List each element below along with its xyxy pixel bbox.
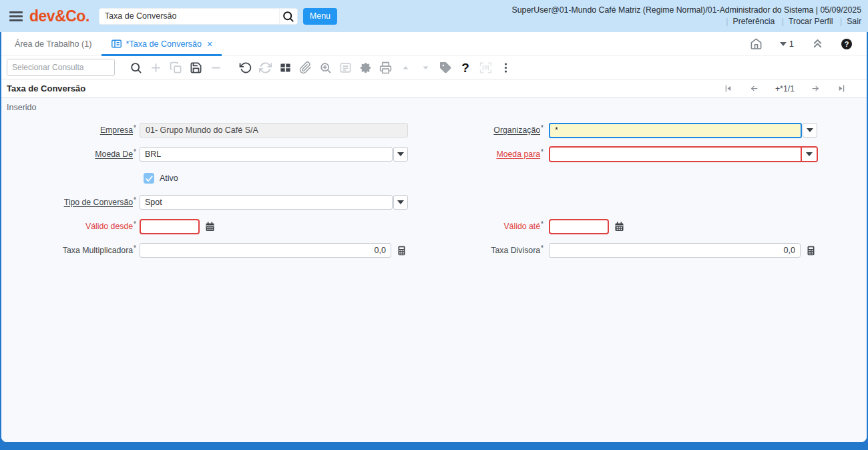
chevron-down-icon	[806, 152, 813, 156]
calendar-icon	[614, 221, 625, 232]
grid-view-button[interactable]	[275, 58, 295, 77]
new-record-button[interactable]	[146, 58, 166, 77]
valido-desde-field	[140, 219, 413, 234]
tab-workspace-label: Área de Trabalho (1)	[15, 39, 92, 49]
record-header: Taxa de Conversão +*1/1	[1, 79, 867, 98]
menu-button[interactable]: Menu	[303, 8, 337, 25]
required-marker: *	[134, 244, 136, 252]
record-title: Taxa de Conversão	[7, 83, 85, 93]
moeda-de-label-link[interactable]: Moeda De	[95, 150, 133, 159]
help-button[interactable]: ?	[455, 58, 475, 77]
help-icon[interactable]: ?	[841, 39, 852, 49]
tab-close-icon[interactable]: ×	[207, 39, 212, 49]
taxa-divisora-input[interactable]	[549, 243, 801, 258]
grid-icon	[279, 61, 292, 74]
tipo-conversao-field	[140, 195, 413, 210]
tag-button[interactable]	[435, 58, 455, 77]
form-row-ativo: Ativo	[1, 171, 867, 186]
tipo-conversao-input[interactable]	[140, 195, 393, 210]
tab-taxa-de-conversao[interactable]: *Taxa de Conversão ×	[101, 32, 222, 56]
valido-desde-input[interactable]	[140, 219, 200, 234]
tipo-conversao-dropdown-button[interactable]	[393, 195, 408, 210]
global-search-input[interactable]	[99, 9, 279, 24]
required-marker: *	[541, 220, 544, 228]
organizacao-dropdown-button[interactable]	[803, 123, 817, 138]
refresh-button[interactable]	[255, 58, 275, 77]
attachments-button[interactable]	[295, 58, 315, 77]
top-bar: dev&Co. Menu SuperUser@01-Mundo Café Mat…	[0, 0, 868, 32]
empresa-field	[140, 123, 413, 138]
record-pager: +*1/1	[723, 83, 861, 93]
first-record-icon[interactable]	[723, 83, 733, 93]
form-row-validade: Válido desde* Válido até*	[1, 219, 867, 234]
more-options-button[interactable]	[495, 58, 515, 77]
save-icon	[190, 61, 202, 74]
taxa-divisora-calculator-button[interactable]	[805, 245, 817, 256]
moeda-de-input[interactable]	[140, 147, 393, 162]
moeda-para-combo	[549, 146, 818, 162]
ativo-checkbox[interactable]	[144, 173, 154, 184]
refresh-icon	[259, 61, 272, 74]
previous-record-icon[interactable]	[749, 83, 759, 93]
tag-icon	[439, 61, 452, 74]
valido-desde-calendar-button[interactable]	[204, 221, 216, 232]
required-marker: *	[134, 148, 136, 156]
chevron-down-icon	[807, 128, 813, 132]
collapse-all-icon[interactable]	[811, 37, 824, 50]
valido-ate-label-text: Válido até	[503, 222, 540, 231]
copy-icon	[170, 61, 182, 74]
organizacao-label-link[interactable]: Organização	[493, 126, 540, 135]
report-icon	[339, 61, 352, 74]
valido-ate-calendar-button[interactable]	[614, 221, 625, 232]
logout-link[interactable]: Sair	[847, 17, 861, 26]
tipo-conversao-label-link[interactable]: Tipo de Conversão	[64, 198, 133, 207]
move-up-button[interactable]	[395, 58, 415, 77]
taxa-multiplicadora-label: Taxa Multiplicadora*	[1, 246, 140, 255]
calculator-icon	[805, 245, 817, 256]
taxa-multiplicadora-input[interactable]	[140, 243, 391, 258]
moeda-de-label: Moeda De*	[1, 150, 140, 159]
find-button[interactable]	[126, 58, 146, 77]
printer-icon	[379, 61, 392, 74]
select-query-input[interactable]	[7, 59, 115, 75]
switch-profile-link[interactable]: Trocar Perfil	[789, 17, 833, 26]
organizacao-label: Organização*	[413, 126, 549, 135]
taxa-divisora-label-text: Taxa Divisora	[491, 246, 540, 255]
print-button[interactable]	[375, 58, 395, 77]
copy-record-button[interactable]	[166, 58, 186, 77]
zoom-search-button[interactable]	[315, 58, 335, 77]
separator: |	[840, 17, 842, 26]
form-row-moedas: Moeda De* Moeda para*	[1, 147, 867, 162]
moeda-de-dropdown-button[interactable]	[393, 147, 408, 162]
linked-items-button[interactable]	[335, 58, 355, 77]
valido-ate-input[interactable]	[549, 219, 609, 234]
gear-icon	[359, 61, 372, 74]
home-icon[interactable]	[750, 37, 763, 50]
taxa-multiplicadora-calculator-button[interactable]	[396, 245, 407, 256]
tab-workspace[interactable]: Área de Trabalho (1)	[5, 32, 101, 56]
save-button[interactable]	[186, 58, 206, 77]
taxa-divisora-label: Taxa Divisora*	[413, 246, 549, 255]
undo-button[interactable]	[235, 58, 255, 77]
empresa-label-link[interactable]: Empresa	[100, 126, 133, 135]
calculator-icon	[396, 245, 407, 256]
search-button[interactable]	[279, 9, 297, 24]
form-row-tipo-conversao: Tipo de Conversão*	[1, 195, 867, 210]
settings-button[interactable]	[355, 58, 375, 77]
preferences-link[interactable]: Preferência	[732, 17, 775, 26]
barcode-button[interactable]	[475, 58, 495, 77]
select-query-combo	[7, 59, 115, 76]
moeda-para-label-link[interactable]: Moeda para	[496, 150, 540, 159]
moeda-para-input[interactable]	[550, 148, 801, 161]
move-down-button[interactable]	[415, 58, 435, 77]
valido-desde-label: Válido desde*	[1, 222, 140, 231]
window-nav-dropdown[interactable]: 1	[780, 39, 794, 49]
last-record-icon[interactable]	[837, 83, 847, 93]
empresa-label: Empresa*	[1, 126, 140, 135]
hamburger-menu-icon[interactable]	[9, 11, 23, 21]
moeda-para-dropdown-button[interactable]	[801, 148, 817, 161]
organizacao-input[interactable]	[549, 123, 802, 138]
delete-button[interactable]	[206, 58, 226, 77]
form-grid: Empresa* Organização* Moeda De*	[1, 116, 867, 258]
next-record-icon[interactable]	[811, 83, 821, 93]
